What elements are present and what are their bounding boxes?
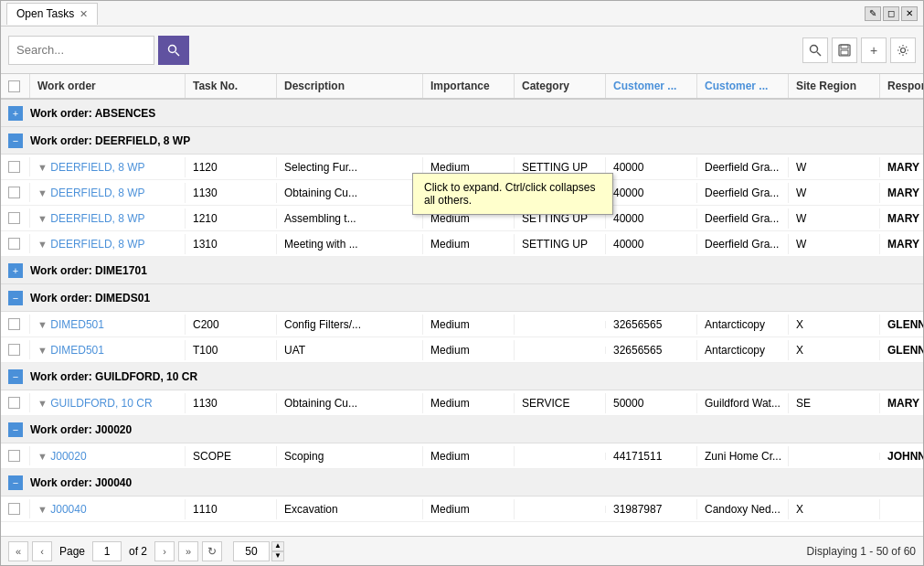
expand-icon-deerfield[interactable]: − [8,133,23,148]
search-button[interactable] [158,36,189,65]
row-checkbox[interactable] [1,157,30,176]
header-checkbox[interactable] [1,74,30,98]
row-cell: 40000 [606,208,697,229]
filter-icon[interactable]: ▼ [37,504,48,515]
row-cell: Medium [423,393,515,413]
prev-page-button[interactable]: ‹ [32,541,52,561]
row-cell: 1130 [186,183,277,203]
filter-icon[interactable]: ▼ [37,319,48,330]
row-cell: SERVICE [515,393,606,413]
filter-icon[interactable]: ▼ [37,239,48,250]
row-checkbox[interactable] [1,446,30,465]
edit-icon[interactable]: ✎ [865,6,881,21]
group-row-dime1701[interactable]: + Work order: DIME1701 [1,257,923,284]
expand-icon-dimeds01[interactable]: − [8,291,23,305]
group-row-guildford[interactable]: − Work order: GUILDFORD, 10 CR [1,363,923,390]
workorder-link[interactable]: DEERFIELD, 8 WP [50,187,144,199]
filter-icon[interactable]: ▼ [37,162,48,173]
workorder-link[interactable]: DIMED501 [50,318,104,331]
col-header-customer1[interactable]: Customer ... [606,74,697,98]
row-cell: ▼ DEERFIELD, 8 WP [30,208,186,229]
row-cell: Zuni Home Cr... [697,446,789,466]
filter-icon[interactable]: ▼ [37,398,48,409]
group-row-deerfield[interactable]: − Work order: DEERFIELD, 8 WP [1,127,923,155]
row-checkbox[interactable] [1,315,30,334]
workorder-link[interactable]: J00020 [50,450,86,463]
row-cell: Antarcticopy [697,315,789,335]
filter-icon[interactable]: ▼ [37,451,48,462]
row-checkbox[interactable] [1,499,30,518]
row-checkbox[interactable] [1,393,30,412]
table-scroll[interactable]: Work order Task No. Description Importan… [1,74,923,536]
expand-icon-dime1701[interactable]: + [8,263,23,278]
expand-icon-guildford[interactable]: − [8,369,23,384]
col-header-siteregion[interactable]: Site Region [789,74,880,98]
window-controls: ✎ ◻ ✕ [865,6,918,21]
col-header-customer2[interactable]: Customer ... [697,74,789,98]
row-cell: 1120 [186,157,277,177]
row-cell: ▼ DEERFIELD, 8 WP [30,183,186,203]
first-page-button[interactable]: « [8,541,28,561]
row-cell: JOHNNY [880,446,923,466]
col-header-taskno[interactable]: Task No. [186,74,277,98]
workorder-link[interactable]: DEERFIELD, 8 WP [50,238,144,251]
group-row-dimeds01[interactable]: − Work order: DIMEDS01 [1,284,923,312]
row-cell: 31987987 [606,499,697,519]
table-row: ▼ DEERFIELD, 8 WP 1310 Meeting with ... … [1,231,923,257]
expand-icon-j00040[interactable]: − [8,475,23,490]
next-page-button[interactable]: › [154,541,175,561]
per-page-up[interactable]: ▲ [271,541,284,551]
group-label-dime1701: Work order: DIME1701 [30,264,147,277]
table-row: ▼ J00040 1110 Excavation Medium 31987987… [1,497,923,522]
expand-icon-absences[interactable]: + [8,106,23,121]
row-cell: ▼ J00040 [30,499,186,519]
group-row-j00040[interactable]: − Work order: J00040 [1,469,923,497]
row-checkbox[interactable] [1,340,30,359]
col-header-importance[interactable]: Importance [423,74,515,98]
search-input[interactable] [8,36,154,65]
row-checkbox[interactable] [1,208,30,228]
row-cell: MARY [880,234,923,254]
workorder-link[interactable]: DEERFIELD, 8 WP [50,212,144,225]
footer: « ‹ Page of 2 › » ↻ ▲ ▼ Displaying 1 - 5… [1,536,923,565]
col-header-description[interactable]: Description [277,74,423,98]
row-checkbox[interactable] [1,183,30,202]
col-header-responsible[interactable]: Responsible [880,74,923,98]
workorder-link[interactable]: J00040 [50,503,86,516]
refresh-button[interactable]: ↻ [202,541,222,561]
per-page-input[interactable] [233,541,270,561]
workorder-link[interactable]: DIMED501 [50,344,104,357]
group-row-absences[interactable]: + Work order: ABSENCES [1,100,923,127]
row-cell: Deerfield Gra... [697,208,789,229]
group-row-j00020[interactable]: − Work order: J00020 [1,416,923,443]
displaying-label: Displaying 1 - 50 of 60 [807,545,916,558]
row-cell: MARY [880,393,923,413]
workorder-link[interactable]: DEERFIELD, 8 WP [50,161,144,174]
row-cell: Medium [423,234,515,254]
filter-icon[interactable]: ▼ [37,213,48,224]
row-cell [515,453,606,460]
per-page-down[interactable]: ▼ [271,551,284,561]
workorder-link[interactable]: GUILDFORD, 10 CR [50,397,152,410]
row-cell: X [789,499,880,519]
restore-icon[interactable]: ◻ [883,6,899,21]
col-header-workorder[interactable]: Work order [30,74,186,98]
last-page-button[interactable]: » [178,541,198,561]
save-icon-btn[interactable] [832,37,857,63]
page-input[interactable] [92,541,122,561]
tab-close-icon[interactable]: ✕ [80,8,88,20]
filter-icon[interactable]: ▼ [37,187,48,198]
search-icon-btn[interactable] [802,37,828,63]
row-cell: SCOPE [186,446,277,466]
row-checkbox[interactable] [1,234,30,253]
row-cell: ▼ DIMED501 [30,340,186,360]
open-tasks-tab[interactable]: Open Tasks ✕ [6,3,98,25]
expand-icon-j00020[interactable]: − [8,422,23,437]
col-header-category[interactable]: Category [515,74,606,98]
filter-icon[interactable]: ▼ [37,345,48,356]
select-all-checkbox[interactable] [8,80,20,92]
close-icon[interactable]: ✕ [901,6,918,21]
add-icon-btn[interactable]: + [861,37,887,63]
settings-icon-btn[interactable] [890,37,916,63]
row-cell: Antarcticopy [697,340,789,360]
